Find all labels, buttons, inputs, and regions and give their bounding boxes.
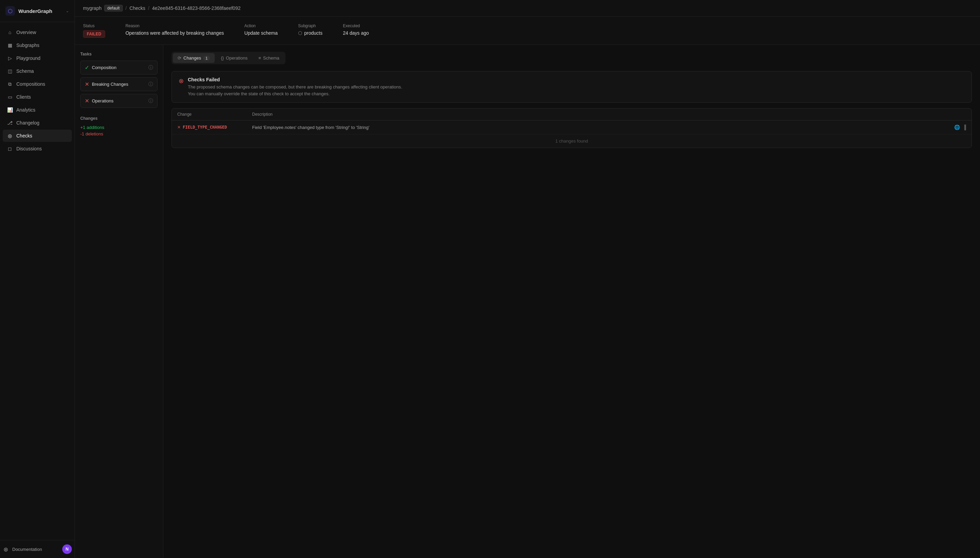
sidebar-item-playground[interactable]: ▷ Playground bbox=[3, 52, 72, 64]
main-content: mygraph default / Checks / 4e2ee845-6316… bbox=[75, 0, 980, 558]
task-label-breaking: Breaking Changes bbox=[92, 82, 128, 87]
action-label: Action bbox=[244, 23, 277, 28]
sidebar-item-subgraphs[interactable]: ▦ Subgraphs bbox=[3, 39, 72, 51]
sidebar-item-label: Changelog bbox=[16, 120, 39, 126]
sidebar-item-label: Checks bbox=[16, 133, 32, 138]
task-label-operations: Operations bbox=[92, 98, 114, 103]
file-icon: ◫ bbox=[7, 68, 13, 74]
col-change-header: Change bbox=[177, 112, 252, 117]
breadcrumb-branch[interactable]: default bbox=[104, 5, 123, 11]
table-footer: 1 changes found bbox=[172, 135, 972, 148]
sidebar-item-clients[interactable]: ▭ Clients bbox=[3, 91, 72, 103]
status-col: Status FAILED bbox=[83, 23, 105, 38]
check-circle-icon: ◎ bbox=[7, 133, 13, 139]
additions-count: +1 additions bbox=[80, 125, 158, 130]
col-description-header: Description bbox=[252, 112, 966, 117]
operations-tab-icon: {} bbox=[221, 56, 224, 61]
app-name: WunderGraph bbox=[18, 8, 53, 14]
subgraph-label: Subgraph bbox=[298, 23, 323, 28]
failed-circle-icon: ⊗ bbox=[179, 77, 184, 85]
tabs-container: ⟳ Changes 1 {} Operations ≡ Schema bbox=[171, 52, 286, 64]
task-label-composition: Composition bbox=[92, 65, 117, 70]
logo-icon: ⬡ bbox=[5, 6, 15, 16]
sidebar-item-label: Discussions bbox=[16, 146, 42, 151]
change-type-label: FIELD_TYPE_CHANGED bbox=[183, 125, 227, 130]
right-panel: ⟳ Changes 1 {} Operations ≡ Schema ⊗ Che… bbox=[163, 45, 980, 558]
docs-icon: ◎ bbox=[3, 546, 9, 552]
tab-operations-label: Operations bbox=[226, 56, 248, 61]
task-left: ✕ Operations bbox=[85, 98, 114, 104]
change-type: ✕ FIELD_TYPE_CHANGED bbox=[177, 125, 252, 130]
task-left: ✕ Breaking Changes bbox=[85, 81, 128, 87]
tab-changes-badge: 1 bbox=[203, 56, 210, 61]
sidebar-item-analytics[interactable]: 📊 Analytics bbox=[3, 104, 72, 116]
sidebar-item-label: Playground bbox=[16, 56, 41, 61]
sidebar-item-checks[interactable]: ◎ Checks bbox=[3, 130, 72, 142]
tasks-title: Tasks bbox=[80, 52, 158, 56]
checks-failed-banner: ⊗ Checks Failed The proposed schema chan… bbox=[171, 71, 972, 103]
change-description: Field 'Employee.notes' changed type from… bbox=[252, 125, 954, 130]
globe-icon[interactable]: 🌐 bbox=[954, 125, 960, 130]
check-error-icon: ✕ bbox=[85, 81, 89, 87]
table-header: Change Description bbox=[172, 108, 972, 120]
x-icon: ✕ bbox=[177, 125, 181, 130]
reason-col: Reason Operations were affected by break… bbox=[126, 23, 224, 36]
sidebar-item-label: Schema bbox=[16, 68, 34, 74]
subgraph-package-icon: ⬡ bbox=[298, 30, 302, 36]
status-area: Status FAILED Reason Operations were aff… bbox=[75, 17, 980, 45]
sidebar-item-label: Overview bbox=[16, 30, 36, 35]
reason-value: Operations were affected by breaking cha… bbox=[126, 30, 224, 36]
deletions-count: -1 deletions bbox=[80, 131, 158, 136]
check-success-icon: ✓ bbox=[85, 64, 89, 71]
sidebar-item-schema[interactable]: ◫ Schema bbox=[3, 65, 72, 77]
subgraph-col: Subgraph ⬡ products bbox=[298, 23, 323, 36]
tab-changes[interactable]: ⟳ Changes 1 bbox=[173, 53, 215, 63]
checks-failed-content: Checks Failed The proposed schema change… bbox=[188, 77, 402, 97]
tab-operations[interactable]: {} Operations bbox=[216, 53, 252, 63]
tab-changes-label: Changes bbox=[184, 56, 201, 61]
avatar[interactable]: N bbox=[62, 544, 72, 554]
changes-tab-icon: ⟳ bbox=[177, 56, 181, 61]
chevron-down-icon: ⌄ bbox=[66, 8, 69, 13]
action-col: Action Update schema bbox=[244, 23, 277, 36]
layers-icon: ⧉ bbox=[7, 81, 13, 87]
checks-failed-desc1: The proposed schema changes can be compo… bbox=[188, 84, 402, 90]
task-operations: ✕ Operations ⓘ bbox=[80, 94, 158, 108]
sidebar-item-discussions[interactable]: ◻ Discussions bbox=[3, 143, 72, 155]
task-composition: ✓ Composition ⓘ bbox=[80, 61, 158, 74]
git-icon: ⎇ bbox=[7, 120, 13, 126]
bar-chart-icon[interactable]: ▐ bbox=[963, 125, 966, 130]
topbar: mygraph default / Checks / 4e2ee845-6316… bbox=[75, 0, 980, 17]
tab-schema-label: Schema bbox=[263, 56, 279, 61]
sidebar-item-label: Subgraphs bbox=[16, 43, 39, 48]
grid-icon: ▦ bbox=[7, 42, 13, 48]
monitor-icon: ▭ bbox=[7, 94, 13, 100]
check-error-icon: ✕ bbox=[85, 98, 89, 104]
breadcrumb-sep1: / bbox=[126, 5, 127, 11]
checks-failed-desc2: You can manually override the state of t… bbox=[188, 90, 402, 97]
subgraph-value-container: ⬡ products bbox=[298, 30, 323, 36]
play-icon: ▷ bbox=[7, 55, 13, 61]
breadcrumb-checks[interactable]: Checks bbox=[129, 5, 145, 11]
home-icon: ⌂ bbox=[7, 29, 13, 35]
logo-area[interactable]: ⬡ WunderGraph ⌄ bbox=[0, 0, 74, 22]
sidebar-item-overview[interactable]: ⌂ Overview bbox=[3, 26, 72, 38]
content-area: Tasks ✓ Composition ⓘ ✕ Breaking Changes… bbox=[75, 45, 980, 558]
breadcrumb-graph: mygraph bbox=[83, 5, 102, 11]
tab-schema[interactable]: ≡ Schema bbox=[253, 53, 284, 63]
table-row: ✕ FIELD_TYPE_CHANGED Field 'Employee.not… bbox=[172, 120, 972, 135]
sidebar-item-label: Compositions bbox=[16, 81, 45, 87]
info-icon: ⓘ bbox=[148, 65, 153, 71]
executed-value: 24 days ago bbox=[343, 30, 369, 36]
sidebar-item-label: Clients bbox=[16, 94, 31, 100]
status-label: Status bbox=[83, 23, 105, 28]
executed-col: Executed 24 days ago bbox=[343, 23, 369, 36]
checks-failed-title: Checks Failed bbox=[188, 77, 402, 82]
sidebar: ⬡ WunderGraph ⌄ ⌂ Overview ▦ Subgraphs ▷… bbox=[0, 0, 75, 558]
sidebar-item-compositions[interactable]: ⧉ Compositions bbox=[3, 78, 72, 90]
docs-label: Documentation bbox=[12, 547, 42, 552]
executed-label: Executed bbox=[343, 23, 369, 28]
reason-label: Reason bbox=[126, 23, 224, 28]
sidebar-item-changelog[interactable]: ⎇ Changelog bbox=[3, 117, 72, 129]
task-left: ✓ Composition bbox=[85, 64, 117, 71]
